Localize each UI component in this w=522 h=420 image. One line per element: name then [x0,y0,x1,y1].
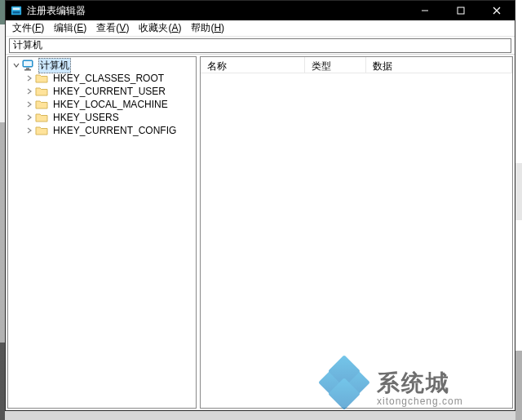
svg-rect-2 [13,11,20,14]
tree-pane[interactable]: 计算机 HKEY_CLASSES_ROOT HKEY_CURRENT_USER [7,56,197,409]
folder-icon [35,125,48,136]
tree-hive-label[interactable]: HKEY_CURRENT_USER [51,86,167,97]
chevron-right-icon[interactable] [24,113,34,122]
tree-hive[interactable]: HKEY_CURRENT_USER [21,85,196,98]
svg-rect-10 [24,69,31,71]
menu-edit[interactable]: 编辑(E) [49,20,91,37]
chevron-right-icon[interactable] [24,126,34,135]
tree-hive[interactable]: HKEY_CLASSES_ROOT [21,72,196,85]
list-header: 名称 类型 数据 [201,57,512,73]
app-icon [10,4,23,17]
address-input[interactable] [9,38,511,53]
column-type[interactable]: 类型 [305,57,366,73]
tree-root-children: HKEY_CLASSES_ROOT HKEY_CURRENT_USER HKEY… [8,72,196,137]
column-name[interactable]: 名称 [201,57,305,73]
svg-rect-1 [13,8,20,11]
titlebar: 注册表编辑器 [6,1,515,20]
regedit-window: 注册表编辑器 文件(F) 编辑(E) 查看(V) 收藏夹(A) 帮助(H) [5,0,515,411]
tree-hive-label[interactable]: HKEY_CURRENT_CONFIG [51,125,178,136]
menu-help[interactable]: 帮助(H) [186,20,229,37]
computer-icon [22,60,35,71]
folder-icon [35,73,48,84]
svg-rect-8 [24,61,32,66]
tree-root-label[interactable]: 计算机 [38,58,71,73]
chevron-right-icon[interactable] [24,86,34,96]
addressbar [6,37,515,55]
svg-rect-9 [26,68,29,69]
tree-hive-label[interactable]: HKEY_LOCAL_MACHINE [51,99,170,110]
maximize-button[interactable] [443,1,479,20]
chevron-right-icon[interactable] [24,99,34,109]
folder-icon [35,99,48,110]
svg-rect-4 [458,7,464,14]
menu-file[interactable]: 文件(F) [7,20,49,37]
minimize-button[interactable] [407,1,443,20]
registry-tree: 计算机 HKEY_CLASSES_ROOT HKEY_CURRENT_USER [8,57,196,139]
svg-rect-0 [11,7,21,15]
tree-hive[interactable]: HKEY_CURRENT_CONFIG [21,124,196,137]
menu-view[interactable]: 查看(V) [91,20,134,37]
menu-favorites[interactable]: 收藏夹(A) [134,20,186,37]
window-title: 注册表编辑器 [27,4,86,18]
tree-hive-label[interactable]: HKEY_CLASSES_ROOT [51,73,166,84]
tree-root[interactable]: 计算机 [8,59,196,72]
folder-icon [35,112,48,123]
values-pane: 名称 类型 数据 [200,56,513,409]
list-body[interactable] [201,73,512,408]
tree-hive[interactable]: HKEY_USERS [21,111,196,124]
close-button[interactable] [479,1,515,20]
column-data[interactable]: 数据 [366,57,512,73]
client-area: 计算机 HKEY_CLASSES_ROOT HKEY_CURRENT_USER [6,55,515,410]
folder-icon [35,86,48,97]
chevron-right-icon[interactable] [24,73,34,83]
tree-hive-label[interactable]: HKEY_USERS [51,112,121,123]
chevron-down-icon[interactable] [11,60,21,70]
menubar: 文件(F) 编辑(E) 查看(V) 收藏夹(A) 帮助(H) [6,20,515,37]
tree-hive[interactable]: HKEY_LOCAL_MACHINE [21,98,196,111]
